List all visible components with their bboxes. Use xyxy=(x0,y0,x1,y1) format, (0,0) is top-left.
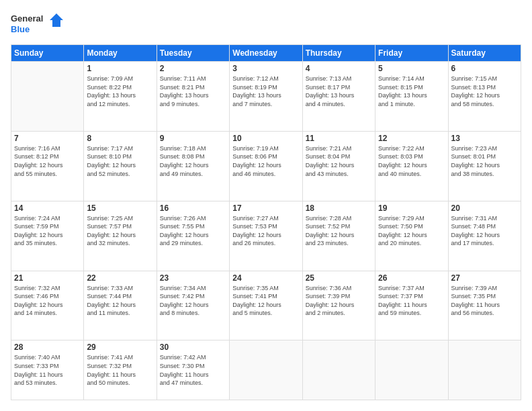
day-info: Sunrise: 7:13 AMSunset: 8:17 PMDaylight:… xyxy=(306,75,372,108)
table-row: 18Sunrise: 7:28 AMSunset: 7:52 PMDayligh… xyxy=(302,201,375,271)
day-number: 28 xyxy=(14,342,81,352)
day-info: Sunrise: 7:21 AMSunset: 8:04 PMDaylight:… xyxy=(306,144,372,178)
table-row: 29Sunrise: 7:41 AMSunset: 7:32 PMDayligh… xyxy=(84,340,157,400)
table-row xyxy=(302,340,375,400)
table-row: 23Sunrise: 7:34 AMSunset: 7:42 PMDayligh… xyxy=(157,271,229,340)
table-row: 5Sunrise: 7:14 AMSunset: 8:15 PMDaylight… xyxy=(375,62,448,132)
day-number: 10 xyxy=(232,134,299,143)
day-number: 9 xyxy=(160,134,226,143)
day-info: Sunrise: 7:22 AMSunset: 8:03 PMDaylight:… xyxy=(378,144,445,178)
col-thursday: Thursday xyxy=(302,45,375,62)
day-info: Sunrise: 7:18 AMSunset: 8:08 PMDaylight:… xyxy=(160,144,226,178)
calendar-table: Sunday Monday Tuesday Wednesday Thursday… xyxy=(11,44,521,400)
day-info: Sunrise: 7:19 AMSunset: 8:06 PMDaylight:… xyxy=(232,144,299,178)
logo-svg: General Blue xyxy=(11,11,64,38)
day-number: 23 xyxy=(160,273,226,283)
day-info: Sunrise: 7:39 AMSunset: 7:35 PMDaylight:… xyxy=(451,284,518,318)
day-number: 24 xyxy=(232,273,299,283)
day-info: Sunrise: 7:16 AMSunset: 8:12 PMDaylight:… xyxy=(14,144,81,178)
day-info: Sunrise: 7:34 AMSunset: 7:42 PMDaylight:… xyxy=(160,284,226,318)
day-number: 27 xyxy=(451,273,518,283)
day-number: 5 xyxy=(378,64,445,73)
day-number: 16 xyxy=(160,203,226,213)
day-number: 15 xyxy=(87,203,153,213)
table-row xyxy=(375,340,448,400)
table-row: 19Sunrise: 7:29 AMSunset: 7:50 PMDayligh… xyxy=(375,201,448,271)
day-number: 13 xyxy=(451,134,518,143)
table-row: 15Sunrise: 7:25 AMSunset: 7:57 PMDayligh… xyxy=(84,201,157,271)
day-info: Sunrise: 7:15 AMSunset: 8:13 PMDaylight:… xyxy=(451,75,518,108)
header: General Blue xyxy=(11,11,521,38)
table-row: 8Sunrise: 7:17 AMSunset: 8:10 PMDaylight… xyxy=(84,131,157,201)
day-number: 22 xyxy=(87,273,153,283)
table-row: 21Sunrise: 7:32 AMSunset: 7:46 PMDayligh… xyxy=(11,271,84,340)
day-info: Sunrise: 7:14 AMSunset: 8:15 PMDaylight:… xyxy=(378,75,445,108)
day-number: 7 xyxy=(14,134,81,143)
table-row: 24Sunrise: 7:35 AMSunset: 7:41 PMDayligh… xyxy=(230,271,302,340)
day-number: 30 xyxy=(160,342,226,352)
day-number: 25 xyxy=(306,273,372,283)
day-number: 1 xyxy=(87,64,153,73)
table-row xyxy=(448,340,521,400)
day-number: 14 xyxy=(14,203,81,213)
day-info: Sunrise: 7:11 AMSunset: 8:21 PMDaylight:… xyxy=(160,75,226,108)
day-number: 6 xyxy=(451,64,518,73)
svg-text:Blue: Blue xyxy=(11,24,30,34)
table-row: 26Sunrise: 7:37 AMSunset: 7:37 PMDayligh… xyxy=(375,271,448,340)
day-number: 20 xyxy=(451,203,518,213)
svg-marker-2 xyxy=(50,13,63,27)
day-info: Sunrise: 7:36 AMSunset: 7:39 PMDaylight:… xyxy=(306,284,372,318)
calendar-page: General Blue Sunday Monday Tuesday Wedne… xyxy=(0,0,532,411)
day-number: 3 xyxy=(232,64,299,73)
table-row: 13Sunrise: 7:23 AMSunset: 8:01 PMDayligh… xyxy=(448,131,521,201)
table-row: 22Sunrise: 7:33 AMSunset: 7:44 PMDayligh… xyxy=(84,271,157,340)
day-info: Sunrise: 7:27 AMSunset: 7:53 PMDaylight:… xyxy=(232,214,299,248)
day-info: Sunrise: 7:35 AMSunset: 7:41 PMDaylight:… xyxy=(232,284,299,318)
table-row: 6Sunrise: 7:15 AMSunset: 8:13 PMDaylight… xyxy=(448,62,521,132)
day-info: Sunrise: 7:09 AMSunset: 8:22 PMDaylight:… xyxy=(87,75,153,108)
table-row: 10Sunrise: 7:19 AMSunset: 8:06 PMDayligh… xyxy=(230,131,302,201)
day-info: Sunrise: 7:25 AMSunset: 7:57 PMDaylight:… xyxy=(87,214,153,248)
day-info: Sunrise: 7:28 AMSunset: 7:52 PMDaylight:… xyxy=(306,214,372,248)
svg-text:General: General xyxy=(11,13,43,24)
day-info: Sunrise: 7:33 AMSunset: 7:44 PMDaylight:… xyxy=(87,284,153,318)
day-number: 8 xyxy=(87,134,153,143)
table-row xyxy=(230,340,302,400)
day-info: Sunrise: 7:31 AMSunset: 7:48 PMDaylight:… xyxy=(451,214,518,248)
logo: General Blue xyxy=(11,11,64,38)
col-saturday: Saturday xyxy=(448,45,521,62)
day-info: Sunrise: 7:23 AMSunset: 8:01 PMDaylight:… xyxy=(451,144,518,178)
table-row: 14Sunrise: 7:24 AMSunset: 7:59 PMDayligh… xyxy=(11,201,84,271)
day-info: Sunrise: 7:29 AMSunset: 7:50 PMDaylight:… xyxy=(378,214,445,248)
day-info: Sunrise: 7:41 AMSunset: 7:32 PMDaylight:… xyxy=(87,353,153,387)
day-number: 2 xyxy=(160,64,226,73)
day-number: 11 xyxy=(306,134,372,143)
table-row: 1Sunrise: 7:09 AMSunset: 8:22 PMDaylight… xyxy=(84,62,157,132)
day-number: 21 xyxy=(14,273,81,283)
table-row: 25Sunrise: 7:36 AMSunset: 7:39 PMDayligh… xyxy=(302,271,375,340)
table-row: 4Sunrise: 7:13 AMSunset: 8:17 PMDaylight… xyxy=(302,62,375,132)
day-info: Sunrise: 7:32 AMSunset: 7:46 PMDaylight:… xyxy=(14,284,81,318)
col-tuesday: Tuesday xyxy=(157,45,229,62)
day-info: Sunrise: 7:24 AMSunset: 7:59 PMDaylight:… xyxy=(14,214,81,248)
table-row: 17Sunrise: 7:27 AMSunset: 7:53 PMDayligh… xyxy=(230,201,302,271)
table-row: 16Sunrise: 7:26 AMSunset: 7:55 PMDayligh… xyxy=(157,201,229,271)
table-row: 2Sunrise: 7:11 AMSunset: 8:21 PMDaylight… xyxy=(157,62,229,132)
table-row: 9Sunrise: 7:18 AMSunset: 8:08 PMDaylight… xyxy=(157,131,229,201)
table-row: 20Sunrise: 7:31 AMSunset: 7:48 PMDayligh… xyxy=(448,201,521,271)
day-number: 4 xyxy=(306,64,372,73)
table-row: 7Sunrise: 7:16 AMSunset: 8:12 PMDaylight… xyxy=(11,131,84,201)
day-number: 26 xyxy=(378,273,445,283)
day-number: 18 xyxy=(306,203,372,213)
day-number: 29 xyxy=(87,342,153,352)
table-row: 3Sunrise: 7:12 AMSunset: 8:19 PMDaylight… xyxy=(230,62,302,132)
col-sunday: Sunday xyxy=(11,45,84,62)
day-number: 12 xyxy=(378,134,445,143)
header-row: Sunday Monday Tuesday Wednesday Thursday… xyxy=(11,45,521,62)
col-monday: Monday xyxy=(84,45,157,62)
day-number: 19 xyxy=(378,203,445,213)
table-row: 28Sunrise: 7:40 AMSunset: 7:33 PMDayligh… xyxy=(11,340,84,400)
table-row: 27Sunrise: 7:39 AMSunset: 7:35 PMDayligh… xyxy=(448,271,521,340)
day-number: 17 xyxy=(232,203,299,213)
day-info: Sunrise: 7:12 AMSunset: 8:19 PMDaylight:… xyxy=(232,75,299,108)
